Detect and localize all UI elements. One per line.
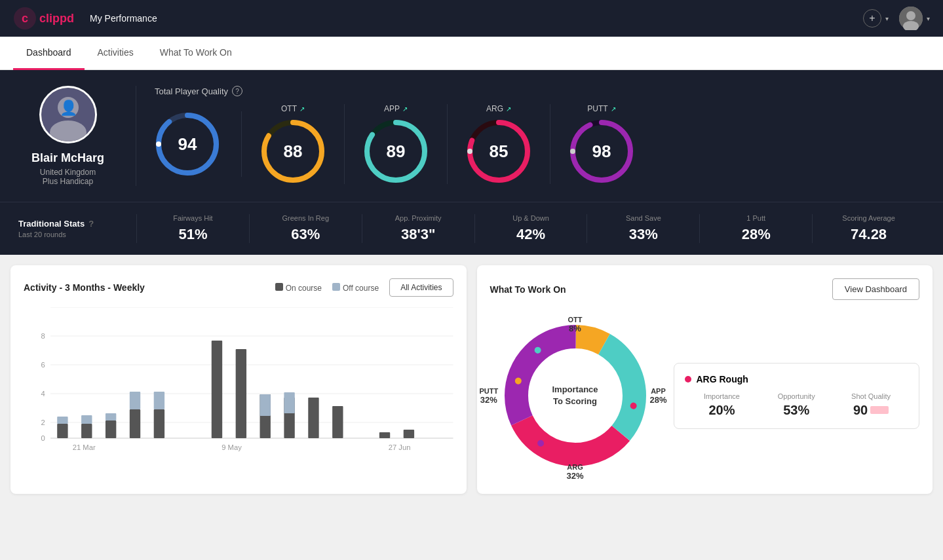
svg-text:6: 6 <box>41 361 45 369</box>
work-content: ImportanceTo Scoring OTT8% APP28% ARG32%… <box>490 310 920 481</box>
svg-rect-44 <box>236 349 246 438</box>
stat-greens: Greens In Reg 63% <box>249 214 362 243</box>
trad-help-icon[interactable]: ? <box>88 219 94 229</box>
chart-title: Activity - 3 Months - Weekly <box>24 282 145 293</box>
trad-subtitle: Last 20 rounds <box>18 231 118 238</box>
svg-rect-50 <box>332 406 343 438</box>
stat-fairways: Fairways Hit 51% <box>136 214 249 243</box>
view-dashboard-button[interactable]: View Dashboard <box>832 278 919 300</box>
svg-text:4: 4 <box>41 390 45 398</box>
score-putt: PUTT ↗ 98 <box>550 104 653 184</box>
app-label: APP28% <box>649 387 666 405</box>
score-ott: OTT ↗ 88 <box>242 104 345 184</box>
chart-header: Activity - 3 Months - Weekly On course O… <box>24 278 453 297</box>
svg-rect-42 <box>154 392 164 409</box>
card-title: ARG Rough <box>685 374 909 384</box>
svg-rect-35 <box>81 424 92 438</box>
putt-label: PUTT32% <box>480 387 499 405</box>
svg-point-11 <box>156 141 161 147</box>
tab-dashboard[interactable]: Dashboard <box>13 37 85 70</box>
top-nav: c clippd My Performance + ▾ ▾ <box>0 0 943 37</box>
player-avatar: 👤 <box>39 86 97 143</box>
tabs-bar: Dashboard Activities What To Work On <box>0 37 943 70</box>
svg-text:c: c <box>22 12 28 25</box>
score-app: APP ↗ 89 <box>345 104 448 184</box>
add-button[interactable]: + <box>863 9 881 28</box>
player-info: 👤 Blair McHarg United Kingdom Plus Handi… <box>18 86 136 186</box>
card-shot-quality: Shot Quality 90 <box>834 392 908 418</box>
card-dot <box>685 376 691 383</box>
svg-text:27 Jun: 27 Jun <box>389 443 411 451</box>
stat-one-putt: 1 Putt 28% <box>699 214 812 243</box>
work-info-card: ARG Rough Importance 20% Opportunity 53%… <box>674 363 920 429</box>
quality-section: Total Player Quality ? 94 OTT ↗ <box>136 86 925 186</box>
player-handicap: Plus Handicap <box>43 177 93 186</box>
svg-rect-43 <box>212 341 222 438</box>
chart-panel: Activity - 3 Months - Weekly On course O… <box>10 265 467 494</box>
page-title: My Performance <box>90 13 157 24</box>
logo[interactable]: c clippd <box>13 7 74 30</box>
svg-rect-36 <box>81 415 92 424</box>
bar-chart-svg: 0 2 4 6 8 <box>24 307 453 451</box>
scores-row: 94 OTT ↗ 88 APP <box>155 104 925 184</box>
all-activities-button[interactable]: All Activities <box>389 278 453 297</box>
svg-text:9 May: 9 May <box>221 443 242 451</box>
bottom-row: Activity - 3 Months - Weekly On course O… <box>0 255 943 504</box>
bar-chart: 0 2 4 6 8 <box>24 307 453 451</box>
tab-activities[interactable]: Activities <box>85 37 147 70</box>
main-score-item: 94 <box>155 111 242 177</box>
arg-label: ARG32% <box>566 463 583 481</box>
svg-rect-48 <box>284 392 294 413</box>
donut-chart: ImportanceTo Scoring OTT8% APP28% ARG32%… <box>490 310 661 481</box>
shot-quality-bar <box>870 406 889 414</box>
svg-point-18 <box>467 149 472 154</box>
svg-rect-49 <box>308 398 318 438</box>
stats-items: Fairways Hit 51% Greens In Reg 63% App. … <box>136 214 925 243</box>
stat-proximity: App. Proximity 38'3" <box>362 214 474 243</box>
svg-rect-37 <box>106 420 116 438</box>
quality-header: Total Player Quality ? <box>155 86 925 96</box>
ott-label: OTT8% <box>568 316 583 333</box>
avatar[interactable] <box>899 7 923 30</box>
svg-rect-34 <box>57 417 67 424</box>
player-country: United Kingdom <box>40 168 96 177</box>
traditional-stats: Traditional Stats ? Last 20 rounds Fairw… <box>0 202 943 255</box>
hero-section: 👤 Blair McHarg United Kingdom Plus Handi… <box>0 70 943 202</box>
svg-rect-52 <box>404 430 414 438</box>
donut-svg <box>490 310 661 481</box>
svg-point-3 <box>906 11 915 20</box>
svg-rect-46 <box>260 394 271 416</box>
card-importance: Importance 20% <box>685 392 760 418</box>
svg-text:0: 0 <box>41 434 45 442</box>
svg-rect-39 <box>130 409 140 438</box>
card-opportunity: Opportunity 53% <box>759 392 834 418</box>
score-arg: ARG ↗ 85 <box>448 104 550 184</box>
svg-rect-51 <box>379 432 390 438</box>
svg-rect-41 <box>154 409 164 438</box>
tab-what-to-work-on[interactable]: What To Work On <box>147 37 245 70</box>
svg-text:21 Mar: 21 Mar <box>73 443 96 451</box>
stat-sand: Sand Save 33% <box>587 214 699 243</box>
svg-rect-33 <box>57 424 67 438</box>
svg-point-60 <box>529 350 621 441</box>
stat-scoring: Scoring Average 74.28 <box>812 214 925 243</box>
card-stats: Importance 20% Opportunity 53% Shot Qual… <box>685 392 909 418</box>
svg-rect-40 <box>130 392 140 409</box>
svg-text:👤: 👤 <box>59 99 77 117</box>
add-chevron: ▾ <box>885 15 889 22</box>
main-score-value: 94 <box>178 134 197 155</box>
svg-rect-38 <box>106 413 116 420</box>
stat-up-down: Up & Down 42% <box>474 214 587 243</box>
work-title: What To Work On <box>490 284 566 295</box>
svg-text:8: 8 <box>41 332 45 340</box>
chart-legend: On course Off course <box>275 283 379 293</box>
trad-stats-label: Traditional Stats ? Last 20 rounds <box>18 219 136 238</box>
nav-right: + ▾ ▾ <box>863 7 930 30</box>
avatar-chevron: ▾ <box>927 15 930 22</box>
quality-help-icon[interactable]: ? <box>232 86 242 96</box>
svg-text:2: 2 <box>41 419 45 426</box>
main-score-circle: 94 <box>155 111 220 177</box>
work-panel: What To Work On View Dashboard <box>477 265 933 494</box>
svg-point-21 <box>570 149 575 154</box>
work-header: What To Work On View Dashboard <box>490 278 920 300</box>
